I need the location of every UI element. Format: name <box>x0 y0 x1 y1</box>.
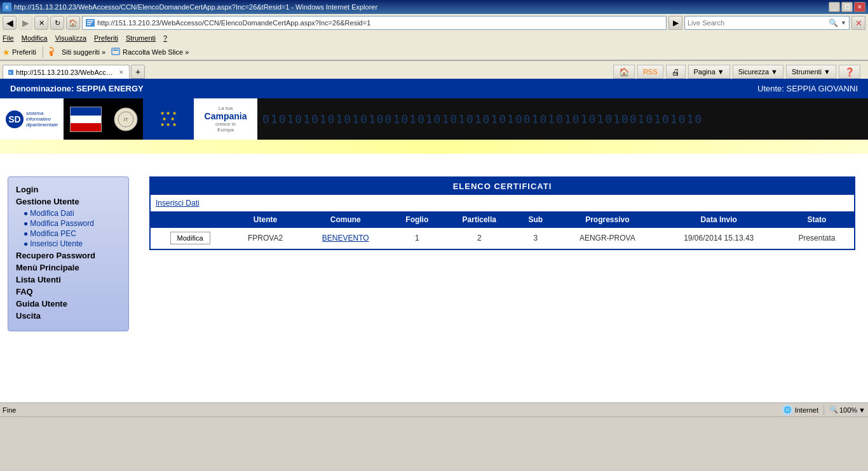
tools-dropdown-button[interactable]: Strumenti ▼ <box>786 65 836 79</box>
address-text: http://151.13.210.23/WebAccesso/CCN/Elen… <box>97 19 663 27</box>
go-button[interactable]: ▶ <box>668 16 682 30</box>
col-data-invio: Data Invio <box>658 211 780 228</box>
row-comune-cell: BENEVENTO <box>301 228 390 249</box>
zoom-control[interactable]: 🔍 100% ▼ <box>829 406 865 414</box>
row-utente-cell: FPROVA2 <box>229 228 301 249</box>
fav-separator-1 <box>43 46 43 58</box>
row-data-invio-cell: 19/06/2014 15.13.43 <box>658 228 780 249</box>
restore-button[interactable]: ⧠ <box>841 2 853 12</box>
dot-icon: ● <box>24 239 28 248</box>
faq-link[interactable]: FAQ <box>16 287 121 296</box>
web-slice-label: Raccolta Web Slice » <box>123 48 189 56</box>
guida-utente-link[interactable]: Guida Utente <box>16 299 121 308</box>
menu-principale-link[interactable]: Menù Principale <box>16 263 121 272</box>
title-bar: e http://151.13.210.23/WebAccesso/CCN/El… <box>0 0 868 14</box>
row-stato-cell: Presentata <box>780 228 854 249</box>
menu-strumenti[interactable]: Strumenti <box>126 34 156 42</box>
tab-bar: e http://151.13.210.23/WebAccesso/CCN/El… <box>0 61 868 79</box>
menu-preferiti[interactable]: Preferiti <box>94 34 118 42</box>
row-progressivo-cell: AENGR-PROVA <box>557 228 658 249</box>
col-sub: Sub <box>514 211 557 228</box>
rss-toolbar-button[interactable]: RSS <box>637 65 663 79</box>
tab-favicon: e <box>8 68 13 77</box>
modifica-pec-link[interactable]: ●Modifica PEC <box>24 229 121 238</box>
eu-stars: ★ ★ ★★ ★★ ★ ★ <box>160 110 176 128</box>
page-icon <box>85 18 95 28</box>
sidebar-section: Login Gestione Utente ●Modifica Dati ●Mo… <box>8 176 129 331</box>
forward-button[interactable]: ▶ <box>18 16 32 30</box>
campania-region-flag <box>70 107 102 132</box>
comune-link[interactable]: BENEVENTO <box>322 234 369 242</box>
row-foglio-cell: 1 <box>390 228 445 249</box>
tab-label: http://151.13.210.23/WebAccesso/CCN/Elen… <box>16 69 114 76</box>
nav-bar: ◀ ▶ ✕ ↻ 🏠 http://151.13.210.23/WebAccess… <box>0 14 868 32</box>
status-right: 🌐 Internet 🔍 100% ▼ <box>782 404 865 416</box>
uscita-link[interactable]: Uscita <box>16 311 121 321</box>
search-input[interactable] <box>688 19 827 27</box>
recupero-password-link[interactable]: Recupero Password <box>16 251 121 260</box>
user-label: Utente: SEPPIA GIOVANNI <box>757 84 858 93</box>
modifica-password-link[interactable]: ●Modifica Password <box>24 219 121 228</box>
security-dropdown-button[interactable]: Sicurezza ▼ <box>733 65 783 79</box>
refresh-button[interactable]: ↻ <box>50 16 64 30</box>
col-progressivo: Progressivo <box>557 211 658 228</box>
search-bar[interactable]: 🔍 ▼ <box>684 16 850 30</box>
col-comune: Comune <box>301 211 390 228</box>
close-search-button[interactable]: ✕ <box>851 16 865 30</box>
search-submit-icon[interactable]: 🔍 <box>827 17 839 29</box>
page-dropdown-button[interactable]: Pagina ▼ <box>688 65 730 79</box>
right-toolbar: 🏠 RSS 🖨 Pagina ▼ Sicurezza ▼ Strumenti ▼… <box>613 65 863 79</box>
table-title: ELENCO CERTIFICATI <box>151 178 854 195</box>
close-button[interactable]: ✕ <box>854 2 865 12</box>
web-slice-link[interactable]: Raccolta Web Slice » <box>111 47 189 57</box>
favorites-star-icon: ★ <box>3 48 10 57</box>
home-toolbar-button[interactable]: 🏠 <box>613 65 635 79</box>
reload-stop-button[interactable]: ✕ <box>34 16 48 30</box>
active-tab[interactable]: e http://151.13.210.23/WebAccesso/CCN/El… <box>3 65 130 79</box>
gestione-utente-link[interactable]: Gestione Utente <box>16 197 121 206</box>
favorites-button[interactable]: ★ Preferiti <box>3 48 36 57</box>
dot-icon: ● <box>24 209 28 218</box>
search-dropdown-icon[interactable]: ▼ <box>841 20 846 26</box>
menu-file[interactable]: File <box>3 34 14 42</box>
back-button[interactable]: ◀ <box>3 16 17 30</box>
col-utente: Utente <box>229 211 301 228</box>
svg-rect-7 <box>112 48 119 55</box>
banner-logo: SD sistema informativo dipartimentale <box>0 98 64 140</box>
col-particella: Particella <box>444 211 514 228</box>
address-bar[interactable]: http://151.13.210.23/WebAccesso/CCN/Elen… <box>82 16 667 30</box>
print-toolbar-button[interactable]: 🖨 <box>666 65 686 79</box>
favorites-bar: ★ Preferiti Siti suggeriti » Raccolta We… <box>0 44 868 61</box>
inserisci-utente-link[interactable]: ●Inserisci Utente <box>24 239 121 248</box>
row-particella-cell: 2 <box>444 228 514 249</box>
italy-emblem: IT <box>108 98 143 140</box>
suggested-sites-link[interactable]: Siti suggeriti » <box>50 47 105 57</box>
tab-close-button[interactable]: ✕ <box>119 69 124 76</box>
zoom-label: 100% <box>839 406 857 414</box>
new-tab-button[interactable]: + <box>131 65 145 79</box>
zoom-icon: 🔍 <box>829 406 838 414</box>
help-toolbar-button[interactable]: ❓ <box>839 65 860 79</box>
sd-logo: SD <box>6 110 24 128</box>
main-content: ELENCO CERTIFICATI Inserisci Dati Utente… <box>137 166 868 388</box>
insert-data-link[interactable]: Inserisci Dati <box>156 199 200 208</box>
status-bar: Fine 🌐 Internet 🔍 100% ▼ <box>0 402 868 416</box>
window-controls[interactable]: _ ⧠ ✕ <box>829 2 865 12</box>
internet-zone: 🌐 Internet <box>782 404 818 416</box>
menu-modifica[interactable]: Modifica <box>22 34 48 42</box>
globe-icon: 🌐 <box>782 404 793 416</box>
minimize-button[interactable]: _ <box>829 2 840 12</box>
dot-icon: ● <box>24 229 28 238</box>
row-action-cell: Modifica <box>151 228 229 249</box>
modify-button[interactable]: Modifica <box>170 232 210 244</box>
home-button[interactable]: 🏠 <box>66 16 80 30</box>
menu-help[interactable]: ? <box>163 34 167 42</box>
lista-utenti-link[interactable]: Lista Utenti <box>16 275 121 284</box>
svg-rect-1 <box>87 20 93 22</box>
menu-visualizza[interactable]: Visualizza <box>55 34 86 42</box>
login-link[interactable]: Login <box>16 185 121 194</box>
window-title: http://151.13.210.23/WebAccesso/CCN/Elen… <box>14 3 377 11</box>
table-container: ELENCO CERTIFICATI Inserisci Dati Utente… <box>149 176 855 250</box>
modifica-dati-link[interactable]: ●Modifica Dati <box>24 209 121 218</box>
menu-bar: File Modifica Visualizza Preferiti Strum… <box>0 32 868 44</box>
